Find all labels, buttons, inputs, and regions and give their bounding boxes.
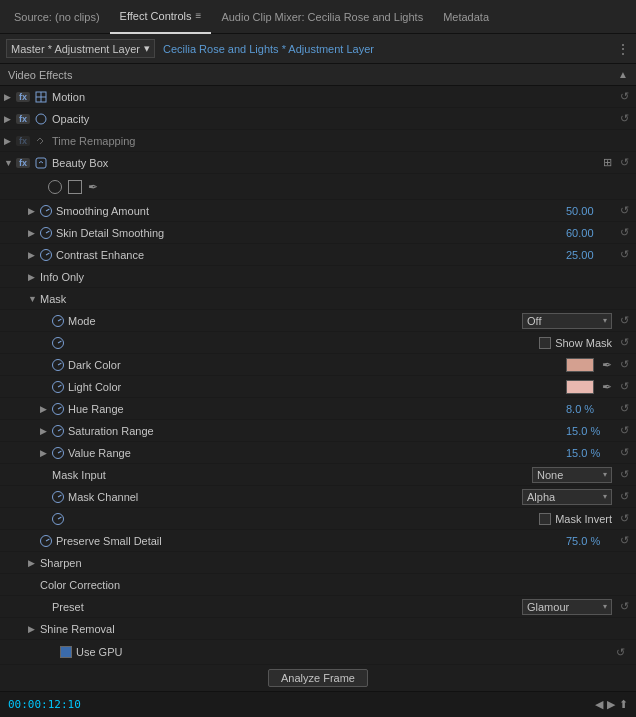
skin-detail-value[interactable]: 60.00 — [566, 227, 616, 239]
beauty-box-expand[interactable]: ▼ — [4, 158, 16, 168]
next-frame-icon[interactable]: ▶ — [607, 698, 615, 711]
contrast-expand[interactable]: ▶ — [28, 250, 40, 260]
shine-removal-row: ▶ Shine Removal — [0, 618, 636, 640]
smoothing-expand[interactable]: ▶ — [28, 206, 40, 216]
analyze-frame-button[interactable]: Analyze Frame — [268, 669, 368, 687]
contrast-reset[interactable]: ↺ — [616, 247, 632, 263]
tab-source[interactable]: Source: (no clips) — [4, 0, 110, 34]
tab-effect-controls[interactable]: Effect Controls ≡ — [110, 0, 212, 34]
show-mask-stopwatch[interactable] — [52, 337, 64, 349]
shine-expand[interactable]: ▶ — [28, 624, 40, 634]
beauty-box-reset[interactable]: ↺ — [616, 155, 632, 171]
dark-color-reset[interactable]: ↺ — [616, 357, 632, 373]
mode-dropdown[interactable]: Off ▾ — [522, 313, 612, 329]
use-gpu-checkbox[interactable] — [60, 646, 72, 658]
mask-channel-arrow: ▾ — [603, 492, 607, 501]
info-only-name: Info Only — [40, 271, 632, 283]
smoothing-stopwatch[interactable] — [40, 205, 52, 217]
scroll-up-arrow[interactable]: ▲ — [618, 69, 628, 80]
dark-color-swatch[interactable] — [566, 358, 594, 372]
tab-audio-clip-mixer[interactable]: Audio Clip Mixer: Cecilia Rose and Light… — [211, 0, 433, 34]
time-remapping-name: Time Remapping — [52, 135, 632, 147]
export-icon[interactable]: ⬆ — [619, 698, 628, 711]
mask-input-reset[interactable]: ↺ — [616, 467, 632, 483]
rectangle-mask-tool[interactable] — [68, 180, 82, 194]
contrast-name: Contrast Enhance — [56, 249, 566, 261]
mode-reset[interactable]: ↺ — [616, 313, 632, 329]
panel-menu[interactable]: ⋮ — [616, 41, 630, 57]
hue-range-expand[interactable]: ▶ — [40, 404, 52, 414]
dark-color-stopwatch[interactable] — [52, 359, 64, 371]
preserve-detail-value[interactable]: 75.0 % — [566, 535, 616, 547]
beauty-box-tools: ✒ — [0, 174, 636, 200]
saturation-expand[interactable]: ▶ — [40, 426, 52, 436]
master-select[interactable]: Master * Adjustment Layer ▾ — [6, 39, 155, 58]
show-mask-checkbox[interactable] — [539, 337, 551, 349]
mode-stopwatch[interactable] — [52, 315, 64, 327]
hue-range-reset[interactable]: ↺ — [616, 401, 632, 417]
time-remapping-row: ▶ fx Time Remapping — [0, 130, 636, 152]
value-range-value[interactable]: 15.0 % — [566, 447, 616, 459]
preserve-stopwatch[interactable] — [40, 535, 52, 547]
time-remapping-expand[interactable]: ▶ — [4, 136, 16, 146]
contrast-value[interactable]: 25.00 — [566, 249, 616, 261]
preset-dropdown[interactable]: Glamour ▾ — [522, 599, 612, 615]
opacity-expand[interactable]: ▶ — [4, 114, 16, 124]
skin-detail-reset[interactable]: ↺ — [616, 225, 632, 241]
dark-color-name: Dark Color — [68, 359, 566, 371]
preset-reset[interactable]: ↺ — [616, 599, 632, 615]
light-color-swatch[interactable] — [566, 380, 594, 394]
saturation-stopwatch[interactable] — [52, 425, 64, 437]
opacity-fx-badge: fx — [16, 114, 30, 124]
preserve-detail-name: Preserve Small Detail — [56, 535, 566, 547]
mask-channel-dropdown[interactable]: Alpha ▾ — [522, 489, 612, 505]
show-mask-reset[interactable]: ↺ — [616, 335, 632, 351]
saturation-range-value[interactable]: 15.0 % — [566, 425, 616, 437]
value-stopwatch[interactable] — [52, 447, 64, 459]
skin-detail-stopwatch[interactable] — [40, 227, 52, 239]
prev-frame-icon[interactable]: ◀ — [595, 698, 603, 711]
pen-mask-tool[interactable]: ✒ — [88, 180, 98, 194]
sharpen-row: ▶ Sharpen — [0, 552, 636, 574]
contrast-stopwatch[interactable] — [40, 249, 52, 261]
hue-stopwatch[interactable] — [52, 403, 64, 415]
motion-expand[interactable]: ▶ — [4, 92, 16, 102]
mask-input-dropdown[interactable]: None ▾ — [532, 467, 612, 483]
mask-invert-reset[interactable]: ↺ — [616, 511, 632, 527]
smoothing-value[interactable]: 50.00 — [566, 205, 616, 217]
dark-color-eyedropper[interactable]: ✒ — [602, 358, 612, 372]
svg-point-3 — [36, 114, 46, 124]
color-correction-row: Color Correction — [0, 574, 636, 596]
info-expand[interactable]: ▶ — [28, 272, 40, 282]
mask-channel-reset[interactable]: ↺ — [616, 489, 632, 505]
time-remapping-fx-badge: fx — [16, 136, 30, 146]
sharpen-expand[interactable]: ▶ — [28, 558, 40, 568]
motion-reset[interactable]: ↺ — [616, 89, 632, 105]
mask-invert-checkbox[interactable] — [539, 513, 551, 525]
light-color-reset[interactable]: ↺ — [616, 379, 632, 395]
mask-row: ▼ Mask — [0, 288, 636, 310]
ellipse-mask-tool[interactable] — [48, 180, 62, 194]
skin-detail-expand[interactable]: ▶ — [28, 228, 40, 238]
light-color-eyedropper[interactable]: ✒ — [602, 380, 612, 394]
adjustment-layer-link[interactable]: Cecilia Rose and Lights * Adjustment Lay… — [163, 43, 374, 55]
opacity-icon — [34, 112, 48, 126]
mask-invert-stopwatch[interactable] — [52, 513, 64, 525]
hue-range-row: ▶ Hue Range 8.0 % ↺ — [0, 398, 636, 420]
opacity-reset[interactable]: ↺ — [616, 111, 632, 127]
preserve-detail-reset[interactable]: ↺ — [616, 533, 632, 549]
info-only-row: ▶ Info Only — [0, 266, 636, 288]
use-gpu-reset[interactable]: ↺ — [612, 644, 628, 660]
value-reset[interactable]: ↺ — [616, 445, 632, 461]
mask-channel-stopwatch[interactable] — [52, 491, 64, 503]
light-color-stopwatch[interactable] — [52, 381, 64, 393]
mask-input-arrow: ▾ — [603, 470, 607, 479]
value-expand[interactable]: ▶ — [40, 448, 52, 458]
add-mask-icon[interactable]: ⊞ — [603, 156, 612, 169]
mask-expand[interactable]: ▼ — [28, 294, 40, 304]
hue-range-value[interactable]: 8.0 % — [566, 403, 616, 415]
saturation-reset[interactable]: ↺ — [616, 423, 632, 439]
tab-metadata[interactable]: Metadata — [433, 0, 499, 34]
status-icons: ◀ ▶ ⬆ — [595, 698, 628, 711]
smoothing-reset[interactable]: ↺ — [616, 203, 632, 219]
